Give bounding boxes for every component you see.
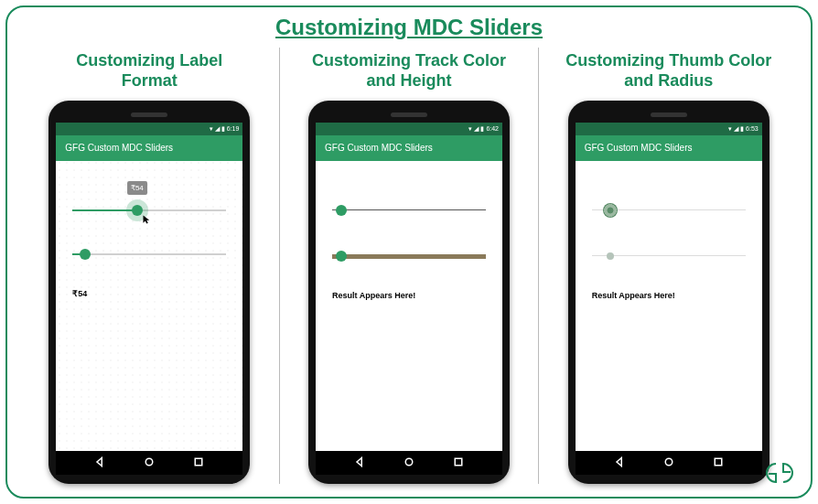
svg-rect-1 [196,458,203,466]
column-thumb-color: Customizing Thumb Colorand Radius ▾ ◢ ▮ … [538,48,798,484]
appbar: GFG Custom MDC Sliders [316,135,502,161]
nav-back-icon[interactable] [614,455,625,471]
nav-home-icon[interactable] [404,455,414,471]
slider-with-label[interactable]: ₹54 [72,201,226,220]
status-time: 6:19 [227,125,240,132]
screen-content: Result Appears Here! [576,161,762,451]
slider-value-label: ₹54 [127,181,147,195]
android-navbar [56,451,242,475]
slider-small-thumb[interactable] [592,247,746,265]
nav-back-icon[interactable] [354,455,365,471]
outer-frame: Customizing MDC Sliders Customizing Labe… [5,5,813,499]
statusbar: ▾ ◢ ▮ 6:53 [576,123,762,135]
slider-plain[interactable] [72,245,226,263]
slider-thumb-large[interactable] [603,203,618,218]
svg-rect-5 [715,458,722,466]
svg-point-2 [405,458,413,466]
slider-thin-track[interactable] [332,201,486,220]
svg-point-4 [665,458,673,466]
android-navbar [316,451,502,475]
slider-thumb-small[interactable] [607,252,614,260]
nav-back-icon[interactable] [94,455,105,471]
result-text: Result Appears Here! [332,291,486,300]
appbar: GFG Custom MDC Sliders [56,135,242,161]
svg-rect-3 [455,458,462,466]
phone-screen: ▾ ◢ ▮ 6:42 GFG Custom MDC Sliders [316,123,502,475]
slider-track [332,209,486,210]
appbar-title: GFG Custom MDC Sliders [325,143,433,153]
column-track-color: Customizing Track Colorand Height ▾ ◢ ▮ … [279,48,539,484]
phone-screen: ▾ ◢ ▮ 6:19 GFG Custom MDC Sliders ₹54 [56,123,242,475]
status-icons: ▾ ◢ ▮ [728,125,744,133]
slider-thumb[interactable] [336,251,347,262]
appbar-title: GFG Custom MDC Sliders [65,143,173,153]
slider-thick-track[interactable] [332,247,486,265]
phone-earpiece [131,113,167,117]
status-time: 6:53 [746,125,759,132]
result-text: ₹54 [72,289,226,298]
appbar: GFG Custom MDC Sliders [576,135,762,161]
phone-mockup: ▾ ◢ ▮ 6:19 GFG Custom MDC Sliders ₹54 [48,101,250,484]
column-title: Customizing Track Colorand Height [312,51,506,91]
nav-home-icon[interactable] [144,455,155,471]
slider-thumb[interactable] [336,205,347,216]
phone-screen: ▾ ◢ ▮ 6:53 GFG Custom MDC Sliders [576,123,762,475]
gfg-logo [759,459,800,493]
status-icons: ▾ ◢ ▮ [468,125,484,133]
status-icons: ▾ ◢ ▮ [210,125,225,133]
nav-recent-icon[interactable] [193,455,204,471]
slider-track-thick [332,254,486,259]
slider-thumb[interactable] [80,249,91,260]
statusbar: ▾ ◢ ▮ 6:19 [56,123,242,135]
statusbar: ▾ ◢ ▮ 6:42 [316,123,502,135]
result-text: Result Appears Here! [592,291,746,300]
cursor-icon [142,214,153,228]
nav-home-icon[interactable] [663,455,674,471]
column-label-format: Customizing LabelFormat ▾ ◢ ▮ 6:19 GFG C… [20,48,279,484]
android-navbar [576,451,762,475]
phone-earpiece [651,113,687,117]
slider-track [592,255,746,256]
nav-recent-icon[interactable] [713,455,724,471]
slider-patterned-thumb[interactable] [592,201,746,220]
status-time: 6:42 [486,125,499,132]
column-title: Customizing LabelFormat [76,51,222,91]
phone-mockup: ▾ ◢ ▮ 6:53 GFG Custom MDC Sliders [568,101,770,484]
appbar-title: GFG Custom MDC Sliders [585,143,693,153]
columns-container: Customizing LabelFormat ▾ ◢ ▮ 6:19 GFG C… [20,48,798,484]
phone-mockup: ▾ ◢ ▮ 6:42 GFG Custom MDC Sliders [308,101,510,484]
nav-recent-icon[interactable] [453,455,464,471]
column-title: Customizing Thumb Colorand Radius [565,51,771,91]
main-title: Customizing MDC Sliders [20,15,798,40]
slider-track [72,253,226,255]
phone-earpiece [391,113,427,117]
svg-point-0 [146,458,154,466]
screen-content: Result Appears Here! [316,161,502,451]
screen-content: ₹54 ₹54 [56,161,242,451]
